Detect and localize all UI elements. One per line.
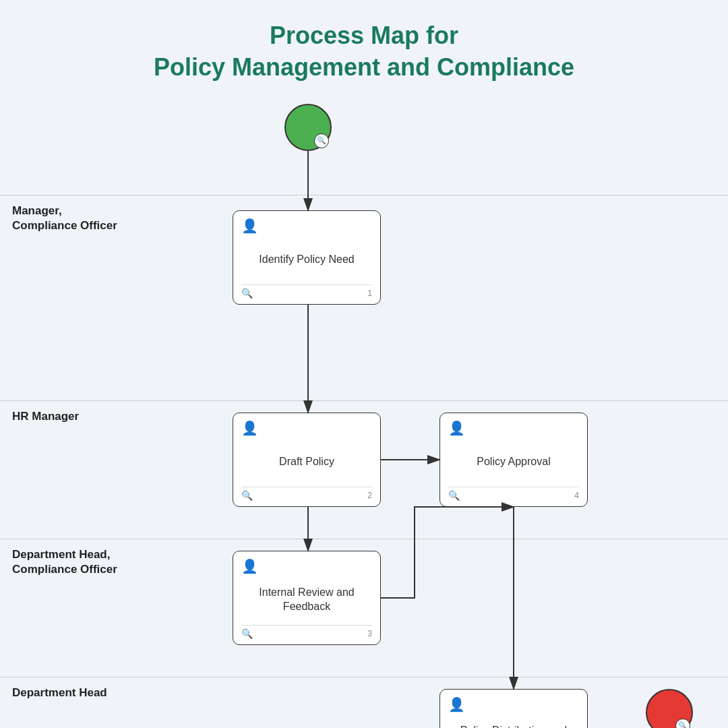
lane-label-4: Department Head bbox=[12, 686, 107, 700]
box-number-1: 1 bbox=[367, 289, 372, 298]
search-icon-4: 🔍 bbox=[448, 490, 460, 501]
box-label-3: Internal Review and Feedback bbox=[241, 576, 372, 625]
lane-label-2: HR Manager bbox=[12, 409, 79, 424]
search-icon-2: 🔍 bbox=[241, 490, 253, 501]
lane-label-3: Department Head,Compliance Officer bbox=[12, 547, 117, 577]
start-circle: 🔍 bbox=[284, 104, 332, 151]
box-label-4: Policy Approval bbox=[448, 437, 579, 487]
person-icon-4: 👤 bbox=[448, 420, 579, 436]
title-line1: Process Map for bbox=[13, 20, 715, 52]
box-label-1: Identify Policy Need bbox=[241, 235, 372, 284]
person-icon-1: 👤 bbox=[241, 218, 372, 234]
box-number-4: 4 bbox=[574, 491, 579, 500]
search-icon-3: 🔍 bbox=[241, 628, 253, 639]
box-label-5: Policy Distribution and Acknowledgment bbox=[448, 714, 579, 728]
process-box-4[interactable]: 👤 Policy Approval 🔍 4 bbox=[439, 413, 588, 507]
process-box-2[interactable]: 👤 Draft Policy 🔍 2 bbox=[233, 413, 381, 507]
title-line2: Policy Management and Compliance bbox=[13, 52, 715, 84]
start-circle-badge: 🔍 bbox=[314, 133, 329, 148]
diagram-area: Manager,Compliance Officer HR Manager De… bbox=[0, 90, 728, 697]
swimlane-4: Department Head bbox=[0, 677, 728, 728]
end-circle-badge: 🔍 bbox=[675, 719, 690, 728]
process-box-3[interactable]: 👤 Internal Review and Feedback 🔍 3 bbox=[233, 551, 381, 645]
title-section: Process Map for Policy Management and Co… bbox=[0, 0, 728, 90]
person-icon-5: 👤 bbox=[448, 696, 579, 712]
box-number-2: 2 bbox=[367, 491, 372, 500]
person-icon-3: 👤 bbox=[241, 558, 372, 574]
process-box-5[interactable]: 👤 Policy Distribution and Acknowledgment… bbox=[439, 689, 588, 728]
search-icon-1: 🔍 bbox=[241, 288, 253, 299]
box-number-3: 3 bbox=[367, 629, 372, 638]
lane-label-1: Manager,Compliance Officer bbox=[12, 204, 117, 233]
person-icon-2: 👤 bbox=[241, 420, 372, 436]
box-label-2: Draft Policy bbox=[241, 437, 372, 487]
process-box-1[interactable]: 👤 Identify Policy Need 🔍 1 bbox=[233, 210, 381, 305]
